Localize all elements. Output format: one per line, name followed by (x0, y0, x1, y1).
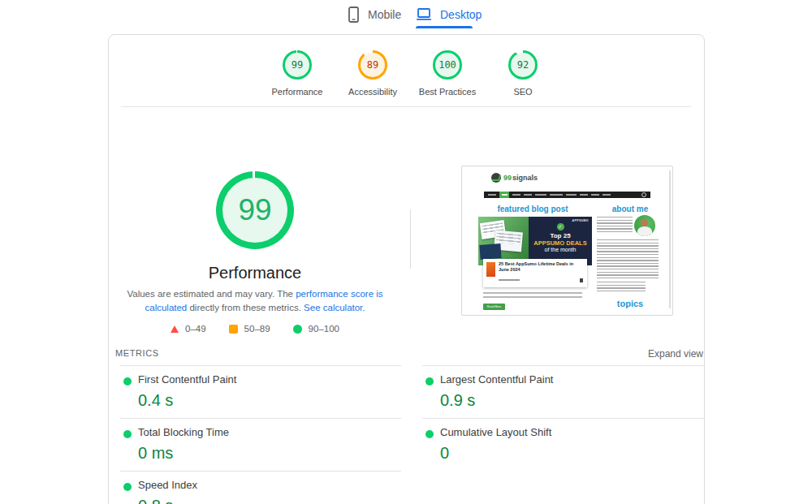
metric-speed-index: Speed Index 0.8 s (120, 471, 401, 504)
vertical-divider (410, 209, 411, 269)
seo-score-label: SEO (486, 87, 560, 97)
tab-desktop-label: Desktop (440, 8, 482, 21)
metric-label: First Contentful Paint (138, 373, 401, 386)
promo-subtitle: APPSUMO DEALS (529, 239, 592, 247)
desktop-icon (416, 7, 432, 21)
article-title: 25 Best AppSumo Lifetime Deals in June 2… (499, 261, 583, 273)
see-calculator-link[interactable]: See calculator. (304, 303, 365, 312)
tab-desktop[interactable]: Desktop (416, 0, 482, 28)
pass-dot-icon (425, 377, 434, 386)
legend-average-label: 50–89 (244, 324, 270, 334)
legend-pass: 90–100 (293, 324, 339, 334)
pass-dot-icon (123, 483, 132, 491)
pass-dot-icon (425, 430, 434, 438)
about-paragraph-3 (597, 282, 646, 291)
pass-dot-icon (123, 430, 132, 438)
accessibility-score-ring: 89 (358, 50, 387, 80)
topics-heading: topics (595, 299, 665, 308)
metrics-section-title: METRICS (115, 348, 159, 358)
pass-dot-icon (123, 377, 132, 386)
score-legend: 0–49 50–89 90–100 (114, 324, 396, 334)
site-logo-word: signals (512, 174, 538, 182)
metric-first-contentful-paint: First Contentful Paint 0.4 s (120, 365, 401, 418)
accessibility-score-value: 89 (358, 50, 387, 80)
screenshot-collage (478, 217, 529, 265)
disclaimer-text-1: Values are estimated and may vary. The (127, 289, 296, 299)
preview-scrollbar (669, 170, 671, 308)
metrics-column-left: First Contentful Paint 0.4 s Total Block… (120, 365, 401, 504)
metric-label: Largest Contentful Paint (440, 373, 704, 386)
score-best-practices[interactable]: 100 Best Practices (410, 50, 485, 97)
metric-largest-contentful-paint: Largest Contentful Paint 0.9 s (422, 365, 704, 418)
author-photo (634, 215, 655, 236)
article-thumb-logo (486, 262, 495, 277)
search-icon (641, 192, 646, 197)
appsumo-brand: APPSUMO (572, 219, 590, 222)
score-seo[interactable]: 92 SEO (486, 50, 560, 97)
article-author-line (499, 279, 520, 281)
metric-label: Cumulative Layout Shift (440, 426, 704, 438)
metric-value: 0.8 s (138, 497, 401, 504)
legend-fail-label: 0–49 (185, 324, 206, 334)
legend-average: 50–89 (229, 324, 270, 334)
seo-score-value: 92 (508, 50, 538, 80)
metric-total-blocking-time: Total Blocking Time 0 ms (120, 418, 401, 471)
score-accessibility[interactable]: 89 Accessibility (335, 50, 410, 97)
performance-gauge-title: Performance (133, 264, 377, 282)
performance-gauge-value: 99 (216, 171, 294, 249)
score-disclaimer: Values are estimated and may vary. The p… (114, 287, 396, 315)
metric-cumulative-layout-shift: Cumulative Layout Shift 0 (422, 418, 704, 471)
score-performance[interactable]: 99 Performance (260, 50, 335, 97)
legend-fail: 0–49 (171, 324, 206, 334)
featured-post-image: APPSUMO ✓ Top 25 APPSUMO DEALS of the mo… (478, 217, 592, 265)
active-nav-item (499, 192, 509, 198)
tab-mobile-label: Mobile (368, 8, 401, 21)
promo-tail: of the month (529, 247, 592, 252)
active-tab-underline (416, 26, 473, 28)
best-practices-score-value: 100 (433, 50, 462, 80)
metric-value: 0 (440, 444, 704, 463)
performance-score-value: 99 (283, 50, 312, 80)
site-logo-number: 99 (503, 174, 512, 182)
page-screenshot-preview: 99 signals featured blog post about me A… (461, 166, 673, 316)
bookmark-icon (580, 278, 583, 282)
best-practices-score-ring: 100 (433, 50, 462, 80)
site-navbar (484, 192, 650, 198)
seo-score-ring: 92 (508, 50, 538, 80)
metrics-column-right: Largest Contentful Paint 0.9 s Cumulativ… (422, 365, 704, 471)
performance-score-ring: 99 (283, 50, 312, 80)
check-icon: ✓ (557, 223, 564, 230)
scores-divider (121, 106, 691, 107)
expand-view-button[interactable]: Expand view (625, 348, 703, 360)
tab-mobile[interactable]: Mobile (348, 0, 401, 28)
smartphone-icon (348, 6, 360, 23)
metric-label: Total Blocking Time (138, 426, 401, 438)
accessibility-score-label: Accessibility (335, 87, 410, 97)
article-card: 25 Best AppSumo Lifetime Deals in June 2… (483, 259, 587, 287)
fail-triangle-icon (171, 325, 179, 333)
pass-circle-icon (293, 325, 302, 334)
performance-score-label: Performance (260, 87, 335, 97)
performance-gauge: 99 (216, 171, 294, 249)
about-paragraph-2 (597, 239, 659, 278)
about-me-heading: about me (595, 205, 665, 213)
site-logo-icon (491, 173, 501, 183)
featured-post-heading: featured blog post (472, 205, 594, 213)
article-excerpt-lines (483, 292, 582, 299)
metric-value: 0.9 s (440, 391, 704, 410)
disclaimer-text-2: directly from these metrics. (187, 303, 304, 312)
legend-pass-label: 90–100 (309, 324, 339, 334)
metric-label: Speed Index (138, 479, 401, 491)
pagespeed-report: Mobile Desktop 99 Performance 89 Accessi… (0, 0, 812, 504)
about-paragraph-1 (597, 217, 633, 235)
read-more-button: Read More (483, 304, 505, 310)
metric-value: 0.4 s (138, 391, 401, 410)
best-practices-score-label: Best Practices (410, 87, 485, 97)
average-square-icon (229, 325, 238, 334)
promo-title: Top 25 (529, 232, 592, 239)
metric-value: 0 ms (138, 444, 401, 463)
promo-text: ✓ Top 25 APPSUMO DEALS of the month (529, 223, 592, 252)
